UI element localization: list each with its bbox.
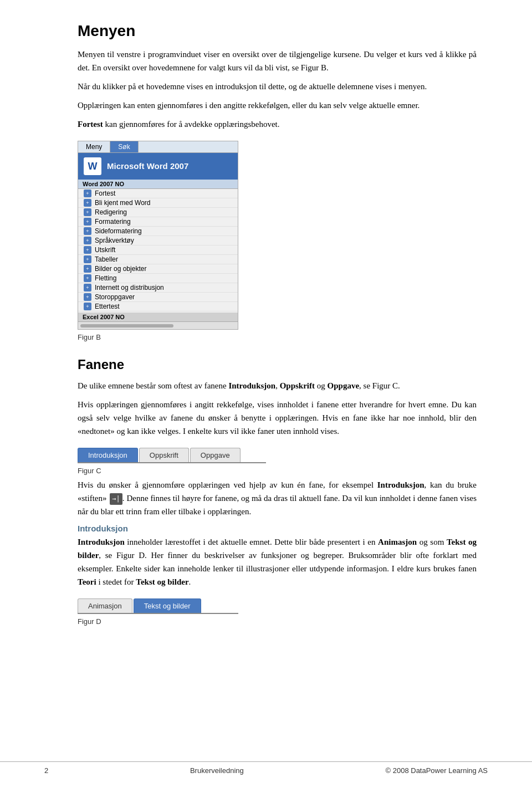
menu-item-fletting[interactable]: + Fletting — [78, 274, 238, 283]
fortest-bold: Fortest — [78, 120, 103, 129]
scrollbar[interactable] — [80, 324, 173, 328]
footer: 2 Brukerveiledning © 2008 DataPower Lear… — [0, 761, 532, 775]
menyen-para4: Fortest kan gjennomføres for å avdekke o… — [78, 117, 477, 131]
fanene-para4: Introduksjon inneholder lærestoffet i de… — [78, 535, 477, 589]
menu-item-icon-utskrift: + — [84, 246, 91, 254]
figure-d-label: Figur D — [78, 617, 101, 626]
menu-item-icon-internett: + — [84, 284, 91, 291]
menu-header: W Microsoft Word 2007 — [78, 153, 238, 180]
fanene-para3: Hvis du ønsker å gjennomføre opplæringen… — [78, 478, 477, 518]
tab-oppgave[interactable]: Oppgave — [190, 448, 241, 462]
menu-item-icon-bilder: + — [84, 265, 91, 273]
tekst-og-bilder-bold2: Tekst og bilder — [136, 577, 188, 586]
menu-item-internett[interactable]: + Internett og distribusjon — [78, 283, 238, 293]
menu-item-utskrift[interactable]: + Utskrift — [78, 245, 238, 255]
animasjon-bold: Animasjon — [378, 538, 417, 546]
sok-tab: Søk — [110, 141, 138, 152]
menu-item-storoppgaver[interactable]: + Storoppgaver — [78, 293, 238, 302]
pin-icon: →| — [110, 493, 122, 505]
introduksjon-bold1: Introduksjon — [228, 381, 275, 390]
footer-copyright: © 2008 DataPower Learning AS — [386, 766, 488, 775]
menu-item-icon-sideformatering: + — [84, 227, 91, 235]
word-icon: W — [84, 157, 101, 175]
fanene-title: Fanene — [78, 357, 477, 372]
oppgave-bold: Oppgave — [328, 381, 360, 390]
menu-item-icon-blikjent: + — [84, 199, 91, 207]
page: Menyen Menyen til venstre i programvindu… — [0, 0, 532, 788]
menu-item-fortest[interactable]: + Fortest — [78, 189, 238, 198]
menu-item-icon-fletting: + — [84, 274, 91, 282]
footer-title: Brukerveiledning — [190, 766, 244, 775]
menu-item-icon-sprakverktoy: + — [84, 237, 91, 244]
meny-tab: Meny — [78, 141, 110, 152]
figure-b-container: Meny Søk W Microsoft Word 2007 Word 2007… — [78, 141, 477, 341]
menu-item-icon-redigering: + — [84, 208, 91, 216]
teori-bold: Teori — [78, 577, 96, 586]
fanene-para2: Hvis opplæringen gjennomføres i angitt r… — [78, 398, 477, 438]
tab-animasjon[interactable]: Animasjon — [78, 598, 132, 613]
menyen-title: Menyen — [78, 22, 477, 40]
menu-item-blikjent[interactable]: + Bli kjent med Word — [78, 198, 238, 208]
menu-header-title: Microsoft Word 2007 — [107, 161, 188, 172]
menu-item-icon-storoppgaver: + — [84, 293, 91, 301]
menu-screenshot: Meny Søk W Microsoft Word 2007 Word 2007… — [78, 141, 238, 330]
figure-c-label: Figur C — [78, 467, 101, 475]
menu-item-tabeller[interactable]: + Tabeller — [78, 255, 238, 264]
menyen-para2: Når du klikker på et hovedemne vises en … — [78, 80, 477, 93]
menu-item-sprakverktoy[interactable]: + Språkverktøy — [78, 236, 238, 245]
menyen-para3: Opplæringen kan enten gjennomføres i den… — [78, 99, 477, 112]
main-content: Menyen Menyen til venstre i programvindu… — [78, 22, 477, 626]
menu-item-formatering[interactable]: + Formatering — [78, 217, 238, 227]
menu-item-redigering[interactable]: + Redigering — [78, 208, 238, 217]
tabs-figure-d: Animasjon Tekst og bilder — [78, 598, 238, 614]
menu-item-icon-ettertest: + — [84, 303, 91, 310]
menyen-para1: Menyen til venstre i programvinduet vise… — [78, 48, 477, 74]
tab-oppskrift[interactable]: Oppskrift — [139, 448, 189, 462]
figure-d-container: Animasjon Tekst og bilder Figur D — [78, 598, 477, 626]
menu-top-bar: Meny Søk — [78, 141, 238, 153]
introduksjon-subheading: Introduksjon — [78, 524, 477, 533]
menu-category-1: Word 2007 NO — [78, 180, 238, 189]
footer-page-number: 2 — [44, 766, 48, 775]
tabs-figure-c: Introduksjon Oppskrift Oppgave — [78, 448, 266, 463]
figure-c-container: Introduksjon Oppskrift Oppgave Figur C — [78, 448, 477, 475]
menu-item-icon-formatering: + — [84, 218, 91, 226]
tab-introduksjon[interactable]: Introduksjon — [78, 448, 138, 462]
menu-category-2: Excel 2007 NO — [78, 313, 238, 321]
tab-tekst-og-bilder[interactable]: Tekst og bilder — [134, 598, 201, 613]
figure-b-label: Figur B — [78, 333, 101, 341]
menu-item-icon-tabeller: + — [84, 255, 91, 263]
fanene-para1: De ulike emnene består som oftest av fan… — [78, 379, 477, 392]
menu-item-icon-fortest: + — [84, 190, 91, 197]
introduksjon-bold3: Introduksjon — [78, 538, 125, 546]
oppskrift-bold: Oppskrift — [280, 381, 315, 390]
menu-item-ettertest[interactable]: + Ettertest — [78, 302, 238, 311]
scrollbar-area[interactable] — [78, 321, 238, 329]
introduksjon-bold2: Introduksjon — [377, 480, 424, 489]
menu-item-bilder[interactable]: + Bilder og objekter — [78, 264, 238, 274]
menu-item-sideformatering[interactable]: + Sideformatering — [78, 227, 238, 236]
